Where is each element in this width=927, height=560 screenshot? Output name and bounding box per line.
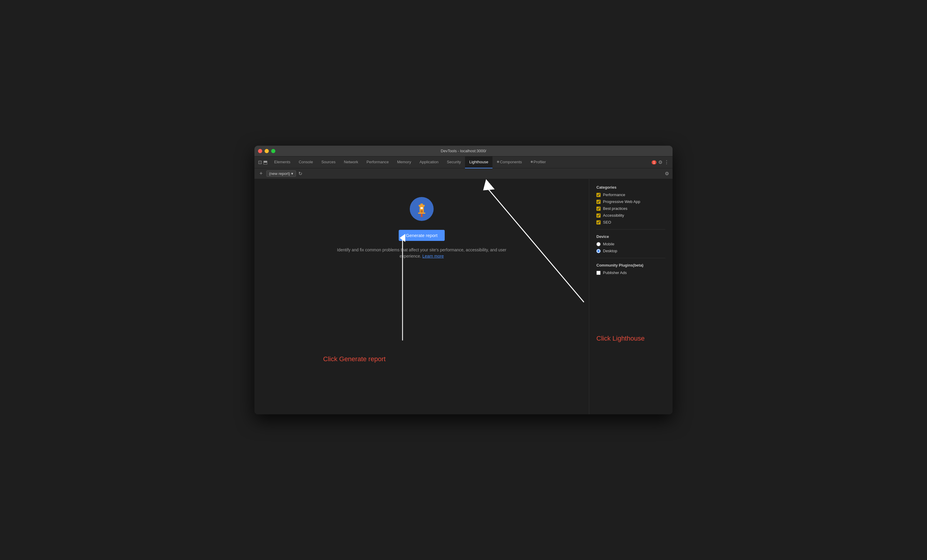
seo-label: SEO (603, 220, 611, 225)
radio-mobile[interactable]: Mobile (596, 242, 666, 246)
lighthouse-logo-svg (413, 200, 431, 218)
minimize-button[interactable] (264, 149, 269, 153)
maximize-button[interactable] (271, 149, 275, 153)
tab-performance[interactable]: Performance (362, 156, 393, 168)
report-dropdown[interactable]: (new report) ▾ (266, 170, 296, 177)
click-lighthouse-annotation: Click Lighthouse (596, 335, 666, 342)
click-lighthouse-label: Click Lighthouse (596, 335, 666, 342)
history-icon[interactable]: ↻ (298, 171, 302, 176)
accessibility-checkbox[interactable] (596, 214, 600, 218)
device-title: Device (596, 234, 666, 239)
cursor-icon[interactable]: ⊡ (258, 159, 262, 165)
performance-checkbox[interactable] (596, 193, 600, 197)
right-panel: Categories Performance Progressive Web A… (589, 179, 673, 414)
best-practices-label: Best practices (603, 206, 628, 211)
tab-components[interactable]: ✱ Components (492, 156, 526, 168)
click-generate-label: Click Generate report (323, 355, 386, 363)
checkbox-publisher-ads[interactable]: Publisher Ads (596, 270, 666, 275)
window-title: DevTools - localhost:3000/ (441, 149, 486, 153)
tab-network[interactable]: Network (340, 156, 363, 168)
main-content: Generate report Identify and fix common … (254, 179, 673, 414)
dropdown-chevron-icon: ▾ (291, 171, 293, 176)
performance-label: Performance (603, 193, 625, 197)
tab-icons-right: 1 ⚙ ⋮ (649, 159, 671, 165)
categories-title: Categories (596, 185, 666, 190)
svg-rect-8 (421, 216, 422, 217)
settings-icon[interactable]: ⚙ (658, 159, 663, 165)
title-bar: DevTools - localhost:3000/ (254, 146, 673, 156)
error-badge: 1 (652, 160, 656, 164)
add-report-button[interactable]: + (258, 171, 264, 177)
desktop-radio[interactable] (596, 249, 600, 253)
accessibility-label: Accessibility (603, 213, 624, 218)
description-text: Identify and fix common problems that af… (332, 247, 511, 260)
center-panel: Generate report Identify and fix common … (254, 179, 589, 414)
toolbar: + (new report) ▾ ↻ ⚙ (254, 168, 673, 179)
pwa-label: Progressive Web App (603, 199, 640, 204)
tab-memory[interactable]: Memory (393, 156, 415, 168)
categories-section: Categories Performance Progressive Web A… (596, 185, 666, 225)
devtools-window: DevTools - localhost:3000/ ⊡ ⬒ Elements … (254, 146, 673, 414)
mobile-label: Mobile (603, 242, 614, 246)
community-section: Community Plugins(beta) Publisher Ads (596, 263, 666, 275)
close-button[interactable] (258, 149, 262, 153)
desktop-label: Desktop (603, 249, 617, 253)
pwa-checkbox[interactable] (596, 200, 600, 204)
publisher-ads-checkbox[interactable] (596, 271, 600, 275)
tab-console[interactable]: Console (295, 156, 317, 168)
checkbox-seo[interactable]: SEO (596, 220, 666, 225)
tab-lighthouse[interactable]: Lighthouse (465, 156, 492, 168)
devtools-icons-left: ⊡ ⬒ (256, 159, 270, 165)
svg-rect-3 (421, 203, 423, 205)
tab-bar: ⊡ ⬒ Elements Console Sources Network Per… (254, 156, 673, 168)
components-dot: ✱ (497, 160, 499, 164)
learn-more-link[interactable]: Learn more (422, 254, 444, 258)
mobile-radio[interactable] (596, 242, 600, 246)
community-title: Community Plugins(beta) (596, 263, 666, 267)
seo-checkbox[interactable] (596, 220, 600, 225)
checkbox-best-practices[interactable]: Best practices (596, 206, 666, 211)
lighthouse-logo (410, 197, 434, 221)
dock-icon[interactable]: ⬒ (263, 159, 267, 165)
publisher-ads-label: Publisher Ads (603, 270, 627, 275)
tab-elements[interactable]: Elements (270, 156, 295, 168)
tab-sources[interactable]: Sources (317, 156, 340, 168)
checkbox-accessibility[interactable]: Accessibility (596, 213, 666, 218)
divider-2 (596, 258, 666, 258)
generate-report-button[interactable]: Generate report (399, 230, 445, 241)
checkbox-performance[interactable]: Performance (596, 193, 666, 197)
more-options-icon[interactable]: ⋮ (664, 159, 669, 165)
device-section: Device Mobile Desktop (596, 234, 666, 253)
profiler-dot: ✱ (530, 160, 533, 164)
checkbox-pwa[interactable]: Progressive Web App (596, 199, 666, 204)
svg-rect-4 (421, 210, 423, 212)
svg-point-7 (421, 214, 422, 216)
tab-profiler[interactable]: ✱ Profiler (526, 156, 550, 168)
toolbar-settings-icon[interactable]: ⚙ (665, 171, 669, 176)
tab-security[interactable]: Security (442, 156, 465, 168)
tab-application[interactable]: Application (415, 156, 443, 168)
best-practices-checkbox[interactable] (596, 206, 600, 211)
radio-desktop[interactable]: Desktop (596, 249, 666, 253)
traffic-lights (258, 149, 275, 153)
svg-rect-6 (418, 212, 425, 214)
svg-rect-5 (421, 207, 423, 209)
